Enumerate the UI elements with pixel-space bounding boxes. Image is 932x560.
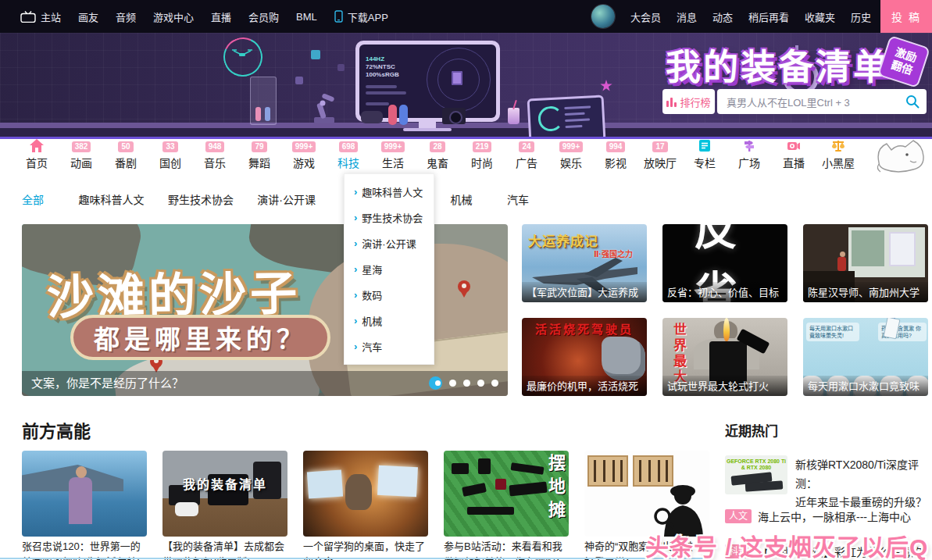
avatar[interactable] [591,5,615,28]
subnav-machinery[interactable]: 机械 [450,191,472,207]
tag-humanities: 人文 [725,509,752,523]
carousel-dot[interactable] [491,380,498,387]
hot-thumb-gpu: GEFORCE RTX 2080 Ti & RTX 2080 [725,455,787,494]
carousel-banner[interactable]: 沙滩的沙子 都是哪里来的？ 文案，你是不是经历了什么？ [22,224,508,396]
presenter-head [76,466,87,478]
video-thumb-calligraphy-case[interactable] [584,451,709,537]
nav-live[interactable]: 直播 [211,9,231,24]
nav-download-app[interactable]: 下载APP [334,9,388,24]
cat-cinema[interactable]: 17 放映厅 [642,139,678,178]
search-input[interactable] [725,89,896,116]
cat-movie[interactable]: 994 影视 [598,139,634,178]
card-caption: 试玩世界最大轮式打火 [662,376,787,396]
cat-dance[interactable]: 79 舞蹈 [241,139,277,178]
cat-anime-badge: 382 [72,141,91,152]
nav-bml[interactable]: BML [296,11,317,23]
nav-mall[interactable]: 会员购 [248,9,279,24]
nav-audio[interactable]: 音频 [116,9,136,24]
schematic-tablet [527,95,606,139]
video-thumb-desk-setup[interactable] [303,451,428,537]
carousel-dot[interactable] [463,380,470,387]
video-card-mech[interactable]: 活活烧死驾驶员 最廉价的机甲，活活烧死 [522,318,647,396]
carousel-dot[interactable] [449,380,456,387]
search-icon[interactable] [905,94,920,109]
subnav-cars[interactable]: 汽车 [507,191,529,207]
cat-fashion[interactable]: 219 时尚 [464,139,500,178]
ranking-button[interactable]: 排行榜 [662,89,715,114]
cat-square[interactable]: 广场 [731,139,767,178]
dropdown-item-fun-science[interactable]: ›趣味科普人文 [345,179,434,205]
cat-life[interactable]: 999+ 生活 [375,139,411,178]
cat-live[interactable]: 直播 [776,139,812,178]
subnav-lectures[interactable]: 演讲·公开课 [257,191,316,207]
video-title[interactable]: 张召忠说120：世界第一的 美国驱逐舰队(朱姆沃尔特) [22,539,148,560]
subnav-all[interactable]: 全部 [22,191,44,207]
dropdown-item-digital[interactable]: ›数码 [345,282,434,308]
carousel-dot-active[interactable] [429,376,442,390]
video-thumb-street-stall[interactable]: 摆地摊 [444,451,569,537]
subnav-fun-science[interactable]: 趣味科普人文 [78,191,144,207]
hot-item-shanghai-tower[interactable]: 人文 海上云中，一脉相承---上海中心 [725,508,911,524]
nav-feed[interactable]: 动态 [712,9,733,24]
bilibili-tv-icon [20,11,36,23]
cat-bangumi[interactable]: 50 番剧 [108,139,144,178]
cat-anime[interactable]: 382 动画 [63,139,99,178]
nav-main-site[interactable]: 主站 [20,9,61,24]
video-title[interactable]: 一个留学狗的桌面，快走了 留个念 [303,539,430,560]
dropdown-item-lectures[interactable]: ›演讲·公开课 [345,230,434,256]
cat-home[interactable]: 首页 [19,139,55,178]
cat-guochuang[interactable]: 33 国创 [152,139,188,178]
cat-guichu[interactable]: 28 鬼畜 [420,139,455,178]
cat-article[interactable]: 专栏 [687,139,723,178]
dropdown-item-wild-tech[interactable]: ›野生技术协会 [345,205,434,230]
category-nav: 首页 382 动画 50 番剧 33 国创 948 音乐 79 舞蹈 999+ … [0,139,932,178]
cat-ent-badge: 999+ [559,141,584,152]
lecture-speaker [837,257,846,271]
dropdown-item-cars[interactable]: ›汽车 [345,334,434,359]
hot-item-title: 新核弹RTX2080/Ti深度评测： 近年来显卡最重磅的升级？ [795,455,932,512]
cat-dance-badge: 79 [252,141,266,152]
video-thumb-gear-list[interactable]: 我的装备清单 [162,451,287,537]
cat-game[interactable]: 999+ 游戏 [286,139,322,178]
dropdown-item-machinery[interactable]: ›机械 [345,308,434,334]
cat-music-badge: 948 [205,141,225,152]
cat-ad[interactable]: 24 广告 [509,139,545,178]
video-thumb-warship[interactable] [22,451,147,537]
carousel-dot[interactable] [477,380,484,387]
monitor-spec-1: 144HZ [366,55,399,63]
calligraphy-art [587,455,628,487]
nav-huayou[interactable]: 画友 [78,9,98,24]
gpu-chip [452,71,462,85]
figurine-blue [265,107,270,121]
video-card-lighter[interactable]: 世界最大 试玩世界最大轮式打火 [662,318,787,396]
nav-watch-later[interactable]: 稍后再看 [748,9,789,24]
upload-button[interactable]: 投 稿 [880,0,932,33]
nav-history[interactable]: 历史 [851,9,871,24]
cat-music[interactable]: 948 音乐 [197,139,233,178]
nav-game-center[interactable]: 游戏中心 [153,9,194,24]
hot-item-rtx-review[interactable]: GEFORCE RTX 2080 Ti & RTX 2080 新核弹RTX208… [725,455,932,512]
nav-messages[interactable]: 消息 [677,9,697,24]
card-caption: 每天用漱口水漱口竟致味 [803,376,928,396]
presenter-art [69,477,92,524]
cat-movie-badge: 994 [606,141,626,152]
cat-blackroom[interactable]: 小黑屋 [820,139,856,178]
nav-favorites[interactable]: 收藏夹 [805,9,835,24]
subnav-wild-tech[interactable]: 野生技术协会 [168,191,234,207]
video-title[interactable]: 【我的装备清单】去成都会 带哪些相机(收展版) [162,539,289,560]
carousel-dots [429,376,498,390]
cat-ent[interactable]: 999+ 娱乐 [553,139,589,178]
cat-guichu-badge: 28 [430,141,445,152]
sketch-cat-doodle [874,137,927,173]
card-caption: 【军武次位面】大运养成 [522,282,647,302]
top-navbar: 主站 画友 音频 游戏中心 直播 会员购 BML 下载APP 大会员 消息 动态… [0,0,932,33]
dropdown-item-xinghai[interactable]: ›星海 [345,256,434,282]
cat-tech[interactable]: 698 科技 [330,139,366,178]
video-card-military-plane[interactable]: 大运养成记 Ⅱ·强国之力 【军武次位面】大运养成 [522,224,647,302]
video-card-mouthwash[interactable]: 每天用漱口水漱口 竟致味蕾失灵! 药用型含氯漱 你真的会用吗? 每天用漱口水漱口… [803,318,928,396]
video-card-lecture[interactable]: 陈星汉导师、南加州大学 [803,224,928,302]
ranking-label: 排行榜 [680,95,710,109]
video-title[interactable]: 参与B站活动：来看看和我 做视频相关的，你在哪呢！ [444,539,570,560]
video-card-reflection[interactable]: 反省 反省：初心、价值、目标 [662,224,787,302]
nav-vip[interactable]: 大会员 [630,9,661,24]
